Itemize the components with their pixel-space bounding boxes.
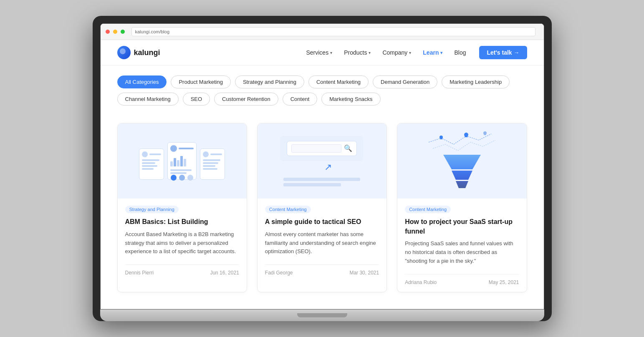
card-funnel-tag: Content Marketing <box>405 206 451 213</box>
browser-expand-dot <box>121 30 125 34</box>
card-abm-author: Dennis Pierri <box>125 270 154 276</box>
dot-light-blue <box>187 175 193 181</box>
card-abm-tag: Strategy and Planning <box>125 206 179 213</box>
cursor-icon: ↗ <box>324 162 332 172</box>
cards-grid: Strategy and Planning ABM Basics: List B… <box>101 115 544 309</box>
card-funnel-footer: Adriana Rubio May 25, 2021 <box>405 274 519 285</box>
search-icon: 🔍 <box>344 144 352 152</box>
category-content[interactable]: Content <box>283 93 318 106</box>
mini-card-1 <box>139 148 164 180</box>
card-funnel-body: Content Marketing How to project your Sa… <box>397 199 526 292</box>
nav-item-products[interactable]: Products ▾ <box>339 47 376 58</box>
card-seo-illustration: 🔍 ↗ <box>258 123 386 199</box>
svg-marker-7 <box>452 171 472 180</box>
card-abm-body: Strategy and Planning ABM Basics: List B… <box>118 199 247 282</box>
products-chevron-icon: ▾ <box>369 50 371 55</box>
laptop-base <box>100 309 544 321</box>
card-abm-footer: Dennis Pierri Jun 16, 2021 <box>125 264 239 276</box>
dot-medium-blue <box>179 175 185 181</box>
category-all[interactable]: All Categories <box>117 75 167 88</box>
funnel-svg <box>420 126 504 196</box>
lets-talk-button[interactable]: Let's talk → <box>479 46 527 59</box>
card-seo-date: Mar 30, 2021 <box>349 270 379 276</box>
browser-chrome: kalungi.com/blog <box>101 24 544 40</box>
browser-close-dot <box>106 30 110 34</box>
company-chevron-icon: ▾ <box>409 50 411 55</box>
learn-chevron-icon: ▾ <box>440 50 442 55</box>
nav-item-blog[interactable]: Blog <box>449 47 471 58</box>
card-seo-body: Content Marketing A simple guide to tact… <box>258 199 386 282</box>
card-funnel-illustration <box>397 123 526 199</box>
card-seo-author: Fadi George <box>265 270 293 276</box>
card-funnel-author: Adriana Rubio <box>405 279 437 285</box>
category-strategy-planning[interactable]: Strategy and Planning <box>235 75 304 88</box>
card-abm-image <box>118 123 247 199</box>
category-demand-generation[interactable]: Demand Generation <box>373 75 437 88</box>
card-abm-date: Jun 16, 2021 <box>210 270 239 276</box>
mini-card-3 <box>200 148 225 180</box>
browser-url-bar: kalungi.com/blog <box>131 27 535 36</box>
category-seo[interactable]: SEO <box>183 93 210 106</box>
svg-marker-8 <box>456 181 468 188</box>
logo-area[interactable]: kalungi <box>117 46 160 59</box>
categories-row-1: All Categories Product Marketing Strateg… <box>117 75 527 88</box>
services-chevron-icon: ▾ <box>330 50 332 55</box>
categories-row-2: Channel Marketing SEO Customer Retention… <box>117 93 527 106</box>
card-funnel-image <box>397 123 526 199</box>
mini-card-2 <box>167 142 197 180</box>
card-seo[interactable]: 🔍 ↗ Conten <box>257 123 387 292</box>
svg-marker-6 <box>443 155 481 169</box>
card-seo-footer: Fadi George Mar 30, 2021 <box>265 264 379 276</box>
card-abm[interactable]: Strategy and Planning ABM Basics: List B… <box>117 123 247 292</box>
result-line-1 <box>283 178 360 181</box>
category-channel-marketing[interactable]: Channel Marketing <box>117 93 179 106</box>
dot-blue <box>171 175 177 181</box>
card-funnel-date: May 25, 2021 <box>489 279 519 285</box>
card-funnel[interactable]: Content Marketing How to project your Sa… <box>397 123 527 292</box>
card-seo-image: 🔍 ↗ <box>258 123 386 199</box>
laptop-screen: kalungi.com/blog kalungi Services ▾ Prod… <box>100 23 544 309</box>
category-marketing-snacks[interactable]: Marketing Snacks <box>321 93 380 106</box>
nav-item-learn[interactable]: Learn ▾ <box>418 47 447 58</box>
logo-text: kalungi <box>134 48 160 57</box>
card-abm-illustration <box>132 136 232 186</box>
card-funnel-desc: Projecting SaaS sales and funnel values … <box>405 239 519 265</box>
navbar: kalungi Services ▾ Products ▾ Company ▾ <box>101 40 544 65</box>
logo-icon <box>117 46 131 59</box>
category-customer-retention[interactable]: Customer Retention <box>214 93 278 106</box>
card-seo-title: A simple guide to tactical SEO <box>265 217 379 226</box>
card-seo-desc: Almost every content marketer has some f… <box>265 230 379 256</box>
card-seo-tag: Content Marketing <box>265 206 311 213</box>
categories-section: All Categories Product Marketing Strateg… <box>101 65 544 115</box>
nav-item-services[interactable]: Services ▾ <box>301 47 337 58</box>
card-funnel-title: How to project your SaaS start-up funnel <box>405 217 519 236</box>
result-line-2 <box>283 183 341 186</box>
browser-minimize-dot <box>113 30 117 34</box>
card-abm-desc: Account Based Marketing is a B2B marketi… <box>125 230 239 256</box>
category-product-marketing[interactable]: Product Marketing <box>171 75 231 88</box>
nav-links: Services ▾ Products ▾ Company ▾ Learn ▾ <box>301 47 471 58</box>
category-content-marketing[interactable]: Content Marketing <box>308 75 369 88</box>
nav-item-company[interactable]: Company ▾ <box>377 47 416 58</box>
laptop-notch <box>297 313 347 317</box>
category-marketing-leadership[interactable]: Marketing Leadership <box>442 75 510 88</box>
page-content: kalungi Services ▾ Products ▾ Company ▾ <box>101 40 544 309</box>
laptop-shell: kalungi.com/blog kalungi Services ▾ Prod… <box>93 16 552 321</box>
card-abm-title: ABM Basics: List Building <box>125 217 239 226</box>
